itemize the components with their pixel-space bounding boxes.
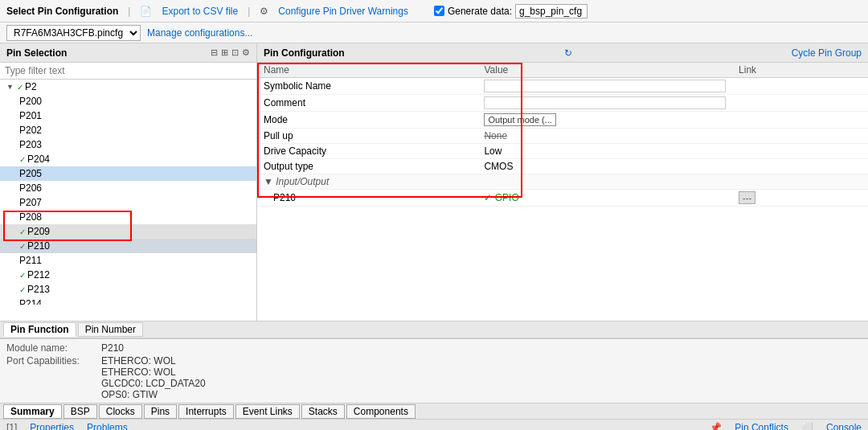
tree-item-p209[interactable]: ✓ P209 (0, 224, 256, 239)
col-name: Name (257, 63, 477, 78)
col-link: Link (732, 63, 868, 78)
tree-item-p2[interactable]: ▼ ✓ P2 (0, 80, 256, 94)
label-p210: P210 (27, 240, 50, 252)
cell-drive-capacity-value[interactable]: Low (477, 144, 732, 159)
tree-item-p211[interactable]: P211 (0, 253, 256, 268)
pullup-value: None (484, 130, 507, 141)
status-left-num: [1] (6, 422, 17, 431)
tab-stacks[interactable]: Stacks (301, 404, 345, 419)
pin-selection-title: Pin Selection (6, 47, 67, 59)
row-output-type: Output type CMOS (257, 159, 868, 174)
port-capabilities-row: Port Capabilities: ETHERCO: WOL ETHERCO:… (6, 355, 862, 400)
pin-conflicts-link[interactable]: Pin Conflicts (735, 422, 788, 431)
bottom-tab-bar: Summary BSP Clocks Pins Interrupts Event… (0, 403, 868, 419)
cell-pullup-link (732, 129, 868, 144)
tree-item-p203[interactable]: P203 (0, 137, 256, 152)
cell-p210-link[interactable]: --- (732, 190, 868, 207)
mode-btn[interactable]: Output mode (... (484, 113, 555, 126)
expand-all-icon[interactable]: ⊞ (221, 47, 228, 58)
tab-event-links[interactable]: Event Links (235, 404, 300, 419)
cell-pullup-label: Pull up (257, 129, 477, 144)
cell-mode-value[interactable]: Output mode (... (477, 112, 732, 129)
check-p213: ✓ (19, 285, 26, 294)
cell-symbolic-name-value[interactable] (477, 78, 732, 95)
module-name-value: P210 (101, 342, 124, 354)
cap-2: GLCDC0: LCD_DATA20 (101, 378, 206, 389)
tab-clocks[interactable]: Clocks (99, 404, 142, 419)
row-symbolic-name: Symbolic Name (257, 78, 868, 95)
tree-item-p206[interactable]: P206 (0, 181, 256, 195)
tree-item-p200[interactable]: P200 (0, 94, 256, 109)
manage-configs-link[interactable]: Manage configurations... (147, 27, 252, 39)
label-p212: P212 (27, 269, 50, 281)
cell-mode-link (732, 112, 868, 129)
tree-item-p205[interactable]: P205 (0, 166, 256, 181)
gpio-link-btn[interactable]: --- (739, 191, 755, 204)
filter-icon[interactable]: ⊡ (231, 47, 239, 58)
cap-1: ETHERCO: WOL (101, 367, 206, 378)
cycle-pin-group-btn[interactable]: Cycle Pin Group (792, 47, 862, 59)
left-panel-header: Pin Selection ⊟ ⊞ ⊡ ⚙ (0, 43, 256, 63)
cell-p210-value[interactable]: ✓ GPIO (477, 190, 732, 207)
cell-symbolic-name-label: Symbolic Name (257, 78, 477, 95)
export-csv-link[interactable]: Export to CSV file (162, 6, 238, 17)
label-p205: P205 (19, 168, 42, 179)
tree-item-p212[interactable]: ✓ P212 (0, 268, 256, 282)
collapse-all-icon[interactable]: ⊟ (211, 47, 218, 58)
console-link[interactable]: Console (826, 422, 862, 431)
pin-tab-bar: Pin Function Pin Number (0, 321, 868, 338)
config-select[interactable]: R7FA6M3AH3CFB.pincfg (6, 25, 141, 41)
properties-link[interactable]: Properties (30, 422, 74, 431)
cell-drive-capacity-link (732, 144, 868, 159)
top-bar-sep1: | (128, 6, 130, 17)
config-table-wrapper: Name Value Link Symbolic Name Comment (257, 63, 868, 207)
right-panel: Pin Configuration ↻ Cycle Pin Group Name… (257, 43, 868, 321)
tab-components[interactable]: Components (346, 404, 416, 419)
label-p206: P206 (19, 182, 42, 194)
label-p200: P200 (19, 96, 42, 107)
cell-input-output-link (732, 174, 868, 190)
generate-data-input[interactable] (515, 4, 588, 18)
cell-comment-value[interactable] (477, 95, 732, 112)
tree-item-p204[interactable]: ✓ P204 (0, 152, 256, 166)
row-input-output-section: ▼ Input/Output (257, 174, 868, 190)
tab-summary[interactable]: Summary (3, 404, 62, 419)
tree-item-p207[interactable]: P207 (0, 195, 256, 210)
label-p214: P214 (19, 298, 42, 305)
cycle-pin-group-icon: ↻ (564, 47, 572, 59)
tab-pin-function[interactable]: Pin Function (3, 322, 76, 337)
cell-input-output-label: ▼ Input/Output (257, 174, 477, 190)
generate-data-checkbox[interactable] (434, 6, 444, 16)
label-p207: P207 (19, 197, 42, 208)
tree-item-p214[interactable]: P214 (0, 297, 256, 305)
tab-bsp[interactable]: BSP (63, 404, 97, 419)
tree-item-p208[interactable]: P208 (0, 210, 256, 224)
tree-item-p213[interactable]: ✓ P213 (0, 282, 256, 297)
tree-item-p210[interactable]: ✓ P210 (0, 239, 256, 253)
tab-interrupts[interactable]: Interrupts (178, 404, 234, 419)
configure-warnings-link[interactable]: Configure Pin Driver Warnings (278, 6, 408, 17)
row-p210-gpio: P210 ✓ GPIO --- (257, 190, 868, 207)
check-p2: ✓ (17, 83, 23, 92)
status-bar: [1] Properties Problems 📌 Pin Conflicts … (0, 419, 868, 430)
pin-config-title: Pin Configuration (264, 47, 345, 59)
cell-input-output-value (477, 174, 732, 190)
tree-area[interactable]: ▼ ✓ P2 P200 P201 P202 P203 ✓ P204 P205 (0, 80, 256, 305)
collapse-arrow-icon[interactable]: ▼ (264, 176, 273, 187)
tree-item-p201[interactable]: P201 (0, 109, 256, 123)
cell-output-type-value[interactable]: CMOS (477, 159, 732, 174)
config-table: Name Value Link Symbolic Name Comment (257, 63, 868, 207)
generate-data-label: Generate data: (448, 6, 512, 17)
export-csv-icon: 📄 (140, 6, 152, 17)
generate-data-check: Generate data: (434, 4, 588, 18)
problems-link[interactable]: Problems (87, 422, 128, 431)
right-panel-header: Pin Configuration ↻ Cycle Pin Group (257, 43, 868, 63)
filter-input[interactable] (0, 63, 256, 80)
label-p202: P202 (19, 125, 42, 136)
check-p210: ✓ (19, 242, 26, 251)
tab-pins[interactable]: Pins (144, 404, 177, 419)
cell-pullup-value[interactable]: None (477, 129, 732, 144)
settings-icon[interactable]: ⚙ (242, 47, 250, 58)
tab-pin-number[interactable]: Pin Number (78, 322, 143, 337)
tree-item-p202[interactable]: P202 (0, 123, 256, 137)
